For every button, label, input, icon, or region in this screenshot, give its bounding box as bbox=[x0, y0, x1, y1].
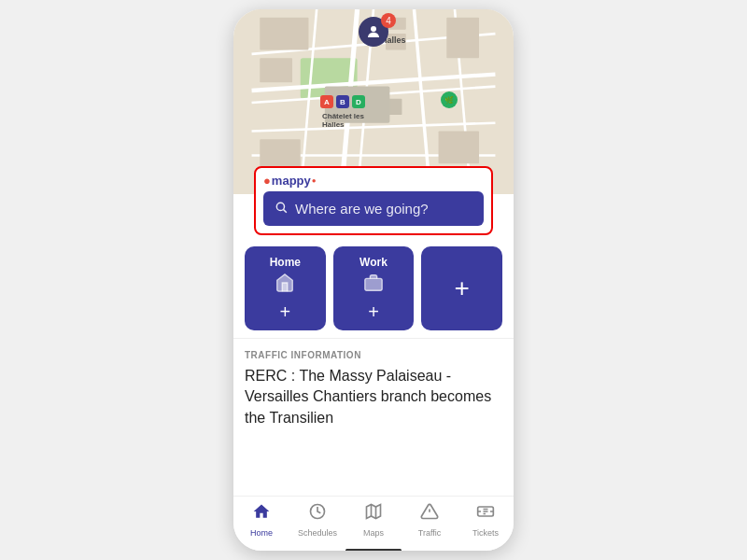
svg-marker-26 bbox=[367, 505, 381, 519]
add-quick-button[interactable]: + bbox=[421, 246, 502, 330]
svg-line-23 bbox=[284, 210, 287, 213]
traffic-nav-icon bbox=[420, 502, 439, 525]
map-marker: 🌿 bbox=[441, 91, 458, 108]
svg-rect-24 bbox=[365, 278, 382, 290]
maps-nav-icon bbox=[364, 502, 383, 525]
bottom-navigation: Home Schedules Maps bbox=[233, 496, 514, 547]
traffic-section-label: TRAFFIC INFORMATION bbox=[245, 350, 502, 360]
work-quick-button[interactable]: Work + bbox=[333, 246, 415, 330]
traffic-section: TRAFFIC INFORMATION RERC : The Massy Pal… bbox=[233, 338, 514, 496]
home-bar bbox=[345, 549, 402, 551]
phone-frame: 4 Les Halles Châtelet lesHalles A B D 🌿 … bbox=[233, 9, 514, 551]
transit-badge-d: D bbox=[352, 95, 365, 108]
svg-rect-19 bbox=[439, 131, 479, 163]
search-icon bbox=[275, 201, 288, 217]
nav-tickets-label: Tickets bbox=[472, 528, 499, 538]
nav-tickets[interactable]: Tickets bbox=[458, 502, 514, 538]
svg-rect-12 bbox=[260, 18, 308, 50]
home-plus-icon: + bbox=[279, 302, 290, 321]
nav-schedules-label: Schedules bbox=[298, 528, 337, 538]
work-icon bbox=[363, 273, 384, 299]
transit-badge-a: A bbox=[320, 95, 333, 108]
transit-badge-b: B bbox=[336, 95, 349, 108]
nav-traffic[interactable]: Traffic bbox=[402, 502, 458, 538]
schedules-nav-icon bbox=[308, 502, 327, 525]
traffic-article-title[interactable]: RERC : The Massy Palaiseau - Versailles … bbox=[245, 366, 502, 428]
home-quick-button[interactable]: Home + bbox=[245, 246, 326, 330]
home-indicator bbox=[233, 547, 514, 551]
search-bar[interactable]: Where are we going? bbox=[263, 191, 484, 226]
search-section: ● mappy ● Where are we going? bbox=[254, 166, 493, 235]
svg-rect-13 bbox=[260, 58, 292, 82]
nav-traffic-label: Traffic bbox=[418, 528, 442, 538]
nav-maps[interactable]: Maps bbox=[345, 502, 402, 538]
tickets-nav-icon bbox=[476, 502, 495, 525]
nav-schedules[interactable]: Schedules bbox=[289, 502, 345, 538]
add-plus-icon: + bbox=[455, 275, 470, 301]
notification-badge[interactable]: 4 bbox=[381, 13, 396, 28]
nav-maps-label: Maps bbox=[363, 528, 384, 538]
nav-home-label: Home bbox=[250, 528, 273, 538]
search-placeholder-text: Where are we going? bbox=[295, 201, 429, 217]
home-icon bbox=[275, 273, 295, 299]
mappy-logo: ● mappy ● bbox=[263, 174, 484, 188]
svg-rect-16 bbox=[446, 18, 479, 58]
quick-access-row: Home + Work + + bbox=[233, 235, 514, 338]
svg-point-21 bbox=[371, 26, 376, 32]
nav-home[interactable]: Home bbox=[233, 502, 289, 538]
svg-point-22 bbox=[276, 203, 284, 210]
home-nav-icon bbox=[252, 502, 271, 525]
work-plus-icon: + bbox=[368, 302, 379, 321]
map-chatelet-label: Châtelet lesHalles bbox=[322, 112, 364, 129]
